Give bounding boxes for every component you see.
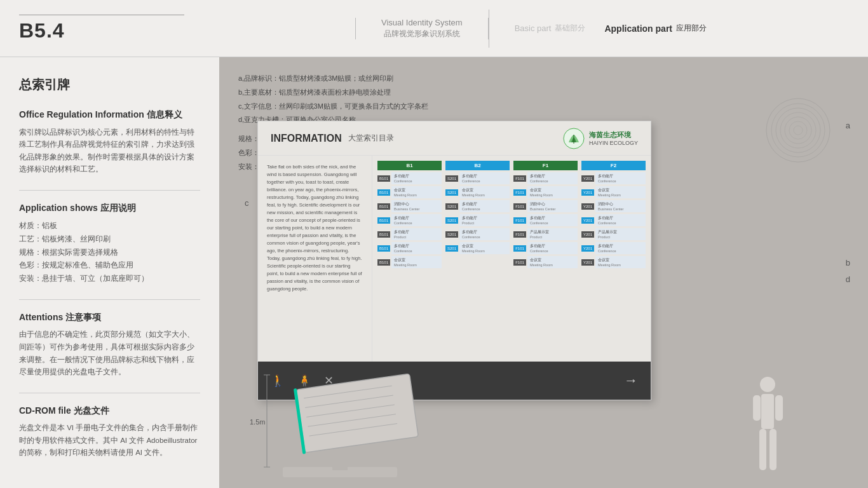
svg-point-22 bbox=[760, 377, 775, 392]
board-row: Y201 多功能厅Conference bbox=[581, 214, 646, 226]
row-content: 多功能厅Conference bbox=[459, 172, 510, 184]
row-content: 会议室Meeting Room bbox=[595, 186, 646, 198]
row-id: Y201 bbox=[581, 203, 594, 210]
row-id: Y201 bbox=[581, 217, 594, 224]
board-row: Y201 会议室Meeting Room bbox=[581, 186, 646, 198]
row-id: Y201 bbox=[581, 259, 594, 266]
board-top-bar: INFORMATION 大堂索引目录 海茵生态环境 HAIYIN ECOLOGY bbox=[258, 121, 651, 156]
svg-point-5 bbox=[789, 121, 807, 139]
board-grid: B1 B101 多功能厅Conference B101 会议室Meeting R… bbox=[377, 161, 646, 356]
info-heading-2: Application shows 应用说明 bbox=[19, 202, 200, 215]
desc-line-3: c,文字信息：丝网印刷或3M贴膜，可更换条目方式的文字条栏 bbox=[238, 100, 766, 113]
row-content: 多功能厅Conference bbox=[459, 200, 510, 212]
board-title-en: INFORMATION bbox=[271, 133, 342, 144]
board-row: S201 会议室Meeting Room bbox=[445, 186, 510, 198]
board-col-f2: F2 Y201 多功能厅Conference Y201 会议室Meeting R… bbox=[581, 161, 646, 356]
board-table-area: B1 B101 多功能厅Conference B101 会议室Meeting R… bbox=[372, 156, 651, 362]
divider-2 bbox=[19, 299, 200, 300]
row-content: 会议室Meeting Room bbox=[527, 256, 578, 268]
row-id: B101 bbox=[377, 203, 390, 210]
board-row: F101 多功能厅Conference bbox=[513, 172, 578, 184]
app-part-zh: 应用部分 bbox=[676, 23, 707, 34]
row-id: Y201 bbox=[581, 175, 594, 182]
row-id: Y201 bbox=[581, 245, 594, 252]
basic-part-zh: 基础部分 bbox=[555, 23, 585, 34]
board-title-zh: 大堂索引目录 bbox=[348, 133, 394, 144]
row-content: 会议室Meeting Room bbox=[595, 256, 646, 268]
svg-rect-24 bbox=[753, 395, 761, 421]
info-text-1: 索引牌以品牌标识为核心元素，利用材料的特性与特殊工艺制作具有品牌视觉特征的索引牌… bbox=[19, 126, 200, 176]
tree-ring-decoration bbox=[763, 95, 833, 165]
human-silhouette bbox=[750, 375, 785, 479]
svg-rect-27 bbox=[770, 429, 776, 470]
row-content: 多功能厅Product bbox=[459, 214, 510, 226]
row-content: 消防中心Business Center bbox=[527, 200, 578, 212]
board-row: S201 会议室Meeting Room bbox=[445, 242, 510, 254]
row-id: F101 bbox=[513, 189, 526, 196]
info-block-2: Application shows 应用说明 材质：铝板 工艺：铝板烤漆、丝网印… bbox=[19, 202, 200, 285]
svg-point-4 bbox=[785, 117, 811, 144]
col-header-b1: B1 bbox=[377, 161, 442, 170]
row-id: F101 bbox=[513, 259, 526, 266]
kiosk-illustration: 1.5m bbox=[245, 356, 435, 483]
divider-1 bbox=[19, 190, 200, 191]
logo-text-block: 海茵生态环境 HAIYIN ECOLOGY bbox=[589, 130, 638, 146]
logo-svg-icon bbox=[562, 127, 585, 150]
row-id: F101 bbox=[513, 245, 526, 252]
info-heading-4: CD-ROM file 光盘文件 bbox=[19, 405, 200, 417]
row-content: 多功能厅Conference bbox=[391, 214, 442, 226]
header-nav: Visual Identity System 品牌视觉形象识别系统 Basic … bbox=[219, 10, 868, 48]
row-id: S201 bbox=[445, 231, 458, 238]
desc-line-2: b,主要底材：铝质型材烤漆表面粉末静电喷涂处理 bbox=[238, 86, 766, 99]
nav-vis-en: Visual Identity System bbox=[381, 18, 463, 27]
row-content: 多功能厅Conference bbox=[391, 172, 442, 184]
info-heading-3: Attentions 注意事项 bbox=[19, 311, 200, 324]
board-col-b2: B2 S201 多功能厅Conference S201 会议室Meeting R… bbox=[445, 161, 510, 356]
board-row: F101 多功能厅Conference bbox=[513, 242, 578, 254]
logo-en-text: 海茵生态环境 bbox=[589, 130, 638, 140]
svg-text:1.5m: 1.5m bbox=[250, 418, 265, 426]
app-part-en: Application part bbox=[604, 24, 672, 34]
board-row: Y201 会议室Meeting Room bbox=[581, 256, 646, 268]
left-panel: 总索引牌 Office Regulation Information 信息释义 … bbox=[0, 57, 219, 488]
board-row: F101 会议室Meeting Room bbox=[513, 186, 578, 198]
info-block-1: Office Regulation Information 信息释义 索引牌以品… bbox=[19, 109, 200, 176]
board-row: Y201 产品展示室Product bbox=[581, 228, 646, 240]
board-row: Y201 多功能厅Conference bbox=[581, 172, 646, 184]
row-content: 多功能厅Conference bbox=[595, 172, 646, 184]
row-id: B101 bbox=[377, 259, 390, 266]
board-row: B101 消防中心Business Center bbox=[377, 200, 442, 212]
board-row: S201 多功能厅Conference bbox=[445, 228, 510, 240]
board-row: B101 会议室Meeting Room bbox=[377, 256, 442, 268]
info-text-3: 由于信息的不确定性，此页部分规范（如文字大小、间距等）可作为参考使用，具体可根据… bbox=[19, 329, 200, 378]
board-col-f1: F1 F101 多功能厅Conference F101 会议室Meeting R… bbox=[513, 161, 578, 356]
row-id: B101 bbox=[377, 175, 390, 182]
top-header: B5.4 Visual Identity System 品牌视觉形象识别系统 B… bbox=[0, 0, 868, 57]
board-row: B101 多功能厅Conference bbox=[377, 214, 442, 226]
row-id: F101 bbox=[513, 217, 526, 224]
svg-rect-23 bbox=[761, 394, 774, 429]
row-content: 会议室Meeting Room bbox=[459, 186, 510, 198]
row-id: Y201 bbox=[581, 189, 594, 196]
basic-part-en: Basic part bbox=[515, 24, 552, 33]
row-content: 多功能厅Conference bbox=[391, 242, 442, 254]
board-row: B101 多功能厅Product bbox=[377, 228, 442, 240]
main-area: a,品牌标识：铝质型材烤漆或3M贴膜；或丝网印刷 b,主要底材：铝质型材烤漆表面… bbox=[219, 57, 868, 488]
board-row: S201 多功能厅Conference bbox=[445, 172, 510, 184]
info-block-4: CD-ROM file 光盘文件 光盘文件是本 VI 手册电子文件的集合，内含手… bbox=[19, 405, 200, 459]
row-content: 多功能厅Conference bbox=[527, 172, 578, 184]
board-row: B101 多功能厅Conference bbox=[377, 242, 442, 254]
svg-point-3 bbox=[780, 112, 816, 148]
board-row: Y201 多功能厅Conference bbox=[581, 242, 646, 254]
info-text-4: 光盘文件是本 VI 手册电子文件的集合，内含手册制作时的专用软件格式文件。其中 … bbox=[19, 422, 200, 459]
row-content: 会议室Meeting Room bbox=[527, 186, 578, 198]
section-title: 总索引牌 bbox=[19, 76, 200, 93]
divider-3 bbox=[19, 393, 200, 393]
row-content: 多功能厅Conference bbox=[595, 214, 646, 226]
nav-right: Basic part 基础部分 Application part 应用部分 bbox=[489, 23, 732, 34]
row-id: B101 bbox=[377, 245, 390, 252]
board-row: F101 多功能厅Conference bbox=[513, 214, 578, 226]
row-content: 消防中心Business Center bbox=[595, 200, 646, 212]
board-row: S201 多功能厅Product bbox=[445, 214, 510, 226]
board-content-area: Take flat on both sides of the nick, and… bbox=[258, 156, 651, 362]
